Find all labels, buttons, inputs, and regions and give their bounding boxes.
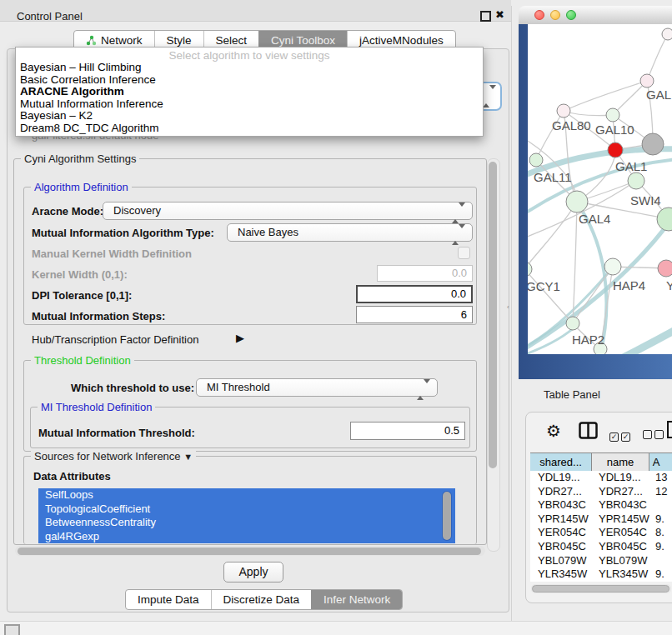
network-edge[interactable] (573, 202, 577, 323)
aracne-mode-combobox[interactable]: Discovery (103, 202, 473, 220)
status-bar (0, 621, 672, 635)
close-traffic-light-icon[interactable] (534, 10, 544, 20)
network-edge[interactable] (528, 269, 573, 323)
algorithm-option[interactable]: ARACNE Algorithm (16, 86, 483, 98)
table-cell: YER054C (594, 526, 652, 540)
control-panel-titlebar: Control Panel ✖ (0, 0, 511, 22)
network-node[interactable] (642, 133, 664, 155)
network-node[interactable] (528, 262, 532, 277)
minimize-traffic-light-icon[interactable] (550, 10, 560, 20)
table-row[interactable]: YDR27...YDR27...12 (530, 485, 672, 499)
attribute-list-item[interactable]: gal4RGexp (38, 530, 455, 543)
network-node[interactable] (606, 108, 619, 122)
close-icon[interactable]: ✖ (495, 8, 504, 21)
mi-steps-field[interactable]: 6 (356, 306, 473, 323)
apply-button[interactable]: Apply (223, 562, 283, 582)
data-attributes-list[interactable]: SelfLoopsTopologicalCoefficientBetweenne… (38, 488, 455, 543)
settings-horizontal-scrollbar[interactable] (15, 546, 485, 556)
column-header-shared[interactable]: shared... (530, 453, 592, 472)
table-row[interactable]: YDL19...YDL19...13 (530, 471, 672, 485)
node-label: HAP2 (572, 332, 604, 347)
network-canvas[interactable]: GALGAL80GAL10GAL1GAL11SWI4GAL4GCY1HAP4YH… (528, 24, 672, 354)
algorithm-option[interactable]: Mutual Information Inference (16, 98, 483, 111)
network-node[interactable] (566, 191, 588, 212)
algorithm-option[interactable]: Basic Correlation Inference (16, 74, 483, 87)
scrollbar-thumb[interactable] (18, 548, 481, 555)
combobox-value: Naive Bayes (238, 226, 298, 238)
table-row[interactable]: YBR045CYBR045C9. (530, 540, 672, 554)
data-attributes-label: Data Attributes (33, 470, 111, 482)
expand-arrow-icon[interactable]: ▶ (236, 332, 244, 344)
network-edge[interactable] (564, 111, 613, 115)
dpi-tolerance-label: DPI Tolerance [0,1]: (32, 289, 132, 302)
attribute-list-item[interactable]: TopologicalCoefficient (38, 502, 455, 517)
network-node[interactable] (529, 153, 543, 167)
network-edge[interactable] (564, 81, 647, 111)
kernel-width-label: Kernel Width (0,1): (32, 268, 128, 281)
select-all-checkboxes-icon[interactable]: ✓✓ (609, 428, 630, 442)
zoom-traffic-light-icon[interactable] (566, 10, 576, 20)
table-row[interactable]: YBL079WYBL079W (530, 554, 672, 568)
algorithm-option[interactable]: Bayesian – Hill Climbing (16, 62, 483, 74)
algorithm-options: Bayesian – Hill ClimbingBasic Correlatio… (16, 62, 483, 135)
attribute-list-item[interactable]: SelfLoops (38, 488, 455, 502)
list-scrollbar-track (442, 491, 452, 541)
panel-splitter-grip[interactable]: ‹ (507, 305, 510, 309)
table-horizontal-scrollbar[interactable] (531, 584, 671, 593)
network-node[interactable] (662, 28, 672, 40)
group-title: MI Threshold Definition (38, 401, 155, 413)
combobox-value: MI Threshold (207, 381, 270, 393)
table-settings-gear-icon[interactable]: ⚙ (546, 421, 561, 441)
collapse-arrow-icon[interactable]: ▼ (183, 452, 193, 462)
network-node[interactable] (658, 260, 672, 277)
network-edge[interactable] (603, 326, 672, 354)
hub-factor-section-label: Hub/Transcription Factor Definition (32, 333, 198, 346)
network-node[interactable] (566, 317, 579, 330)
network-node[interactable] (640, 74, 654, 88)
scrollbar-thumb[interactable] (532, 585, 669, 592)
table-row[interactable]: YBR043CYBR043C (530, 498, 672, 512)
network-node[interactable] (657, 208, 672, 231)
table-cell: 13 (652, 471, 672, 485)
new-table-icon[interactable] (666, 420, 672, 439)
column-header-name[interactable]: name (592, 453, 649, 472)
tab-infer-network[interactable]: Infer Network (311, 590, 402, 609)
tab-discretize-data[interactable]: Discretize Data (211, 590, 312, 609)
list-scrollbar-thumb[interactable] (443, 492, 451, 540)
kernel-width-field[interactable]: 0.0 (377, 265, 473, 282)
scrollbar-thumb[interactable] (489, 162, 497, 468)
network-node[interactable] (604, 258, 621, 275)
docked-panel-icon[interactable] (4, 624, 20, 635)
network-node[interactable] (628, 172, 644, 189)
table-cell: YBL079W (530, 554, 594, 568)
float-window-icon[interactable] (480, 11, 491, 22)
mi-algorithm-type-combobox[interactable]: Naive Bayes (227, 223, 473, 242)
algorithm-option[interactable]: Dream8 DC_TDC Algorithm (16, 122, 483, 135)
network-edge[interactable] (528, 202, 577, 269)
network-node[interactable] (608, 142, 623, 158)
tab-impute-data[interactable]: Impute Data (126, 590, 211, 609)
mi-threshold-field[interactable]: 0.5 (350, 422, 465, 440)
algorithm-option[interactable]: Bayesian – K2 (16, 110, 483, 122)
column-header-cut[interactable]: A (649, 453, 672, 472)
group-title: Sources for Network Inference ▼ (31, 450, 196, 462)
column-layout-icon[interactable] (579, 422, 598, 439)
network-edge[interactable] (647, 34, 668, 81)
manual-kernel-width-checkbox[interactable] (458, 247, 470, 259)
node-label: HAP4 (613, 278, 645, 292)
deselect-all-checkboxes-icon[interactable] (643, 428, 664, 442)
attribute-list-item[interactable]: BetweennessCentrality (38, 516, 455, 530)
settings-vertical-scrollbar[interactable] (487, 158, 500, 552)
dpi-tolerance-field[interactable]: 0.0 (356, 285, 473, 303)
table-row[interactable]: YLR345WYLR345W9. (530, 568, 672, 582)
stepper-arrows-icon (452, 227, 465, 243)
table-cell: 9. (652, 512, 672, 527)
network-node[interactable] (557, 104, 570, 118)
panel-title: Control Panel (17, 10, 83, 22)
table-cell: 12 (652, 485, 672, 499)
table-cell: 9. (652, 540, 672, 554)
which-threshold-combobox[interactable]: MI Threshold (196, 378, 438, 397)
table-row[interactable]: YER054CYER054C8. (530, 526, 672, 540)
table-row[interactable]: YPR145WYPR145W9. (530, 512, 672, 527)
network-window-titlebar[interactable] (519, 6, 672, 25)
